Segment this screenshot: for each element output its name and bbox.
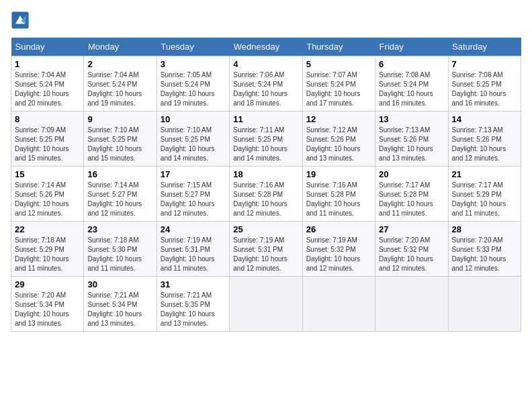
logo-icon (11, 11, 30, 30)
calendar-cell: 4 Sunrise: 7:06 AMSunset: 5:24 PMDayligh… (230, 56, 302, 111)
day-info: Sunrise: 7:05 AMSunset: 5:24 PMDaylight:… (161, 71, 215, 107)
day-info: Sunrise: 7:12 AMSunset: 5:26 PMDaylight:… (306, 126, 361, 162)
column-header-sunday: Sunday (11, 38, 84, 56)
day-number: 18 (233, 169, 298, 179)
column-header-wednesday: Wednesday (230, 38, 302, 56)
day-number: 7 (452, 59, 517, 69)
day-info: Sunrise: 7:08 AMSunset: 5:25 PMDaylight:… (452, 71, 506, 107)
calendar-cell: 8 Sunrise: 7:09 AMSunset: 5:25 PMDayligh… (11, 111, 84, 167)
calendar-week-row: 8 Sunrise: 7:09 AMSunset: 5:25 PMDayligh… (11, 111, 521, 167)
day-number: 26 (306, 224, 371, 234)
day-info: Sunrise: 7:13 AMSunset: 5:26 PMDaylight:… (379, 126, 433, 162)
day-number: 13 (379, 114, 444, 124)
day-info: Sunrise: 7:20 AMSunset: 5:33 PMDaylight:… (452, 236, 506, 272)
calendar-week-row: 22 Sunrise: 7:18 AMSunset: 5:29 PMDaylig… (11, 222, 521, 277)
calendar-cell: 10 Sunrise: 7:10 AMSunset: 5:25 PMDaylig… (157, 111, 229, 167)
calendar-cell: 28 Sunrise: 7:20 AMSunset: 5:33 PMDaylig… (448, 222, 521, 277)
day-number: 27 (379, 224, 444, 234)
column-header-friday: Friday (375, 38, 448, 56)
day-number: 24 (161, 224, 226, 234)
calendar-cell: 17 Sunrise: 7:15 AMSunset: 5:27 PMDaylig… (157, 167, 229, 222)
calendar-cell: 27 Sunrise: 7:20 AMSunset: 5:32 PMDaylig… (375, 222, 448, 277)
calendar-cell (230, 277, 302, 332)
day-number: 9 (87, 114, 152, 124)
day-info: Sunrise: 7:19 AMSunset: 5:32 PMDaylight:… (306, 236, 361, 272)
day-info: Sunrise: 7:20 AMSunset: 5:32 PMDaylight:… (379, 236, 433, 272)
day-number: 4 (233, 59, 298, 69)
calendar-table: SundayMondayTuesdayWednesdayThursdayFrid… (11, 38, 521, 332)
day-number: 19 (306, 169, 371, 179)
day-number: 12 (306, 114, 371, 124)
day-number: 15 (15, 169, 80, 179)
calendar-cell: 1 Sunrise: 7:04 AMSunset: 5:24 PMDayligh… (11, 56, 84, 111)
calendar-header-row: SundayMondayTuesdayWednesdayThursdayFrid… (11, 38, 521, 56)
calendar-cell: 29 Sunrise: 7:20 AMSunset: 5:34 PMDaylig… (11, 277, 84, 332)
calendar-cell: 21 Sunrise: 7:17 AMSunset: 5:29 PMDaylig… (448, 167, 521, 222)
day-info: Sunrise: 7:09 AMSunset: 5:25 PMDaylight:… (15, 126, 69, 162)
day-info: Sunrise: 7:14 AMSunset: 5:27 PMDaylight:… (87, 181, 142, 217)
day-number: 1 (15, 59, 80, 69)
day-number: 22 (15, 224, 80, 234)
calendar-body: 1 Sunrise: 7:04 AMSunset: 5:24 PMDayligh… (11, 56, 521, 332)
calendar-week-row: 29 Sunrise: 7:20 AMSunset: 5:34 PMDaylig… (11, 277, 521, 332)
calendar-cell: 19 Sunrise: 7:16 AMSunset: 5:28 PMDaylig… (302, 167, 375, 222)
day-info: Sunrise: 7:17 AMSunset: 5:28 PMDaylight:… (379, 181, 433, 217)
day-info: Sunrise: 7:21 AMSunset: 5:34 PMDaylight:… (87, 291, 142, 327)
day-info: Sunrise: 7:04 AMSunset: 5:24 PMDaylight:… (87, 71, 142, 107)
calendar-cell: 7 Sunrise: 7:08 AMSunset: 5:25 PMDayligh… (448, 56, 521, 111)
page-header (11, 11, 521, 30)
day-info: Sunrise: 7:04 AMSunset: 5:24 PMDaylight:… (15, 71, 69, 107)
day-info: Sunrise: 7:18 AMSunset: 5:30 PMDaylight:… (87, 236, 142, 272)
day-number: 21 (452, 169, 517, 179)
day-info: Sunrise: 7:06 AMSunset: 5:24 PMDaylight:… (233, 71, 287, 107)
day-number: 25 (233, 224, 298, 234)
calendar-cell: 9 Sunrise: 7:10 AMSunset: 5:25 PMDayligh… (84, 111, 157, 167)
column-header-thursday: Thursday (302, 38, 375, 56)
day-info: Sunrise: 7:19 AMSunset: 5:31 PMDaylight:… (233, 236, 287, 272)
day-info: Sunrise: 7:17 AMSunset: 5:29 PMDaylight:… (452, 181, 506, 217)
calendar-cell (302, 277, 375, 332)
day-number: 28 (452, 224, 517, 234)
calendar-cell: 25 Sunrise: 7:19 AMSunset: 5:31 PMDaylig… (230, 222, 302, 277)
day-number: 30 (87, 279, 152, 289)
logo (11, 11, 32, 30)
day-info: Sunrise: 7:14 AMSunset: 5:26 PMDaylight:… (15, 181, 69, 217)
day-number: 17 (161, 169, 226, 179)
calendar-cell: 31 Sunrise: 7:21 AMSunset: 5:35 PMDaylig… (157, 277, 229, 332)
day-number: 8 (15, 114, 80, 124)
day-number: 14 (452, 114, 517, 124)
day-info: Sunrise: 7:10 AMSunset: 5:25 PMDaylight:… (87, 126, 142, 162)
column-header-saturday: Saturday (448, 38, 521, 56)
day-number: 5 (306, 59, 371, 69)
calendar-cell: 11 Sunrise: 7:11 AMSunset: 5:25 PMDaylig… (230, 111, 302, 167)
day-info: Sunrise: 7:19 AMSunset: 5:31 PMDaylight:… (161, 236, 215, 272)
column-header-tuesday: Tuesday (157, 38, 229, 56)
day-info: Sunrise: 7:18 AMSunset: 5:29 PMDaylight:… (15, 236, 69, 272)
calendar-cell: 15 Sunrise: 7:14 AMSunset: 5:26 PMDaylig… (11, 167, 84, 222)
calendar-cell: 24 Sunrise: 7:19 AMSunset: 5:31 PMDaylig… (157, 222, 229, 277)
calendar-week-row: 1 Sunrise: 7:04 AMSunset: 5:24 PMDayligh… (11, 56, 521, 111)
day-number: 31 (161, 279, 226, 289)
calendar-cell (448, 277, 521, 332)
day-info: Sunrise: 7:08 AMSunset: 5:24 PMDaylight:… (379, 71, 433, 107)
day-number: 11 (233, 114, 298, 124)
calendar-cell: 22 Sunrise: 7:18 AMSunset: 5:29 PMDaylig… (11, 222, 84, 277)
calendar-cell: 2 Sunrise: 7:04 AMSunset: 5:24 PMDayligh… (84, 56, 157, 111)
day-number: 2 (87, 59, 152, 69)
calendar-week-row: 15 Sunrise: 7:14 AMSunset: 5:26 PMDaylig… (11, 167, 521, 222)
calendar-cell: 13 Sunrise: 7:13 AMSunset: 5:26 PMDaylig… (375, 111, 448, 167)
day-info: Sunrise: 7:21 AMSunset: 5:35 PMDaylight:… (161, 291, 215, 327)
day-info: Sunrise: 7:16 AMSunset: 5:28 PMDaylight:… (306, 181, 361, 217)
day-number: 29 (15, 279, 80, 289)
day-number: 3 (161, 59, 226, 69)
calendar-cell: 23 Sunrise: 7:18 AMSunset: 5:30 PMDaylig… (84, 222, 157, 277)
day-info: Sunrise: 7:20 AMSunset: 5:34 PMDaylight:… (15, 291, 69, 327)
calendar-cell: 18 Sunrise: 7:16 AMSunset: 5:28 PMDaylig… (230, 167, 302, 222)
day-info: Sunrise: 7:10 AMSunset: 5:25 PMDaylight:… (161, 126, 215, 162)
calendar-cell: 6 Sunrise: 7:08 AMSunset: 5:24 PMDayligh… (375, 56, 448, 111)
day-number: 6 (379, 59, 444, 69)
calendar-cell: 3 Sunrise: 7:05 AMSunset: 5:24 PMDayligh… (157, 56, 229, 111)
day-number: 16 (87, 169, 152, 179)
day-info: Sunrise: 7:11 AMSunset: 5:25 PMDaylight:… (233, 126, 287, 162)
calendar-cell: 14 Sunrise: 7:13 AMSunset: 5:26 PMDaylig… (448, 111, 521, 167)
